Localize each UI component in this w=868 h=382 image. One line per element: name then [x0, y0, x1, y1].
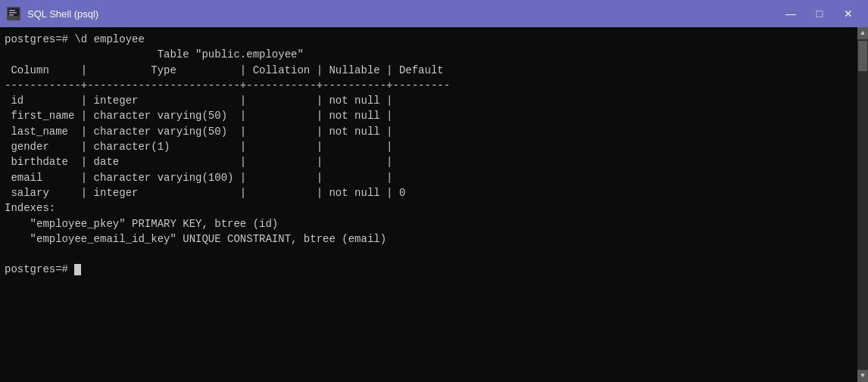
scrollbar-track[interactable]: [857, 39, 868, 370]
scroll-down-button[interactable]: ▼: [857, 370, 868, 382]
scrollbar-thumb[interactable]: [858, 41, 867, 71]
svg-rect-3: [9, 12, 17, 14]
cursor: [74, 264, 81, 275]
window-title: SQL Shell (psql): [27, 8, 777, 20]
scroll-up-button[interactable]: ▲: [857, 27, 868, 39]
window: SQL Shell (psql) — □ ✕ postgres=# \d emp…: [0, 0, 868, 382]
svg-rect-4: [9, 14, 14, 16]
svg-rect-2: [9, 10, 15, 11]
app-icon: [6, 6, 21, 21]
scrollbar[interactable]: ▲ ▼: [857, 27, 868, 382]
terminal-area: postgres=# \d employee Table "public.emp…: [0, 27, 868, 382]
close-button[interactable]: ✕: [835, 3, 862, 24]
restore-button[interactable]: □: [806, 3, 833, 24]
minimize-button[interactable]: —: [777, 3, 804, 24]
terminal-output[interactable]: postgres=# \d employee Table "public.emp…: [0, 27, 857, 382]
title-bar: SQL Shell (psql) — □ ✕: [0, 0, 868, 27]
window-controls: — □ ✕: [777, 3, 862, 24]
